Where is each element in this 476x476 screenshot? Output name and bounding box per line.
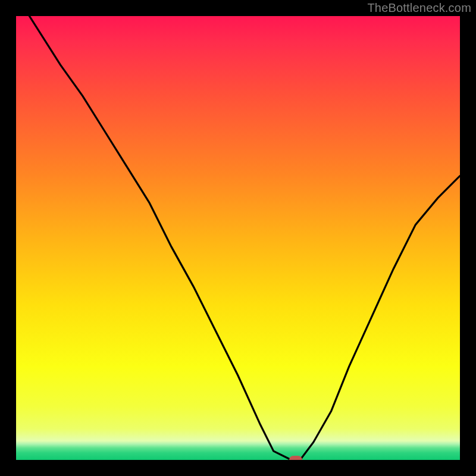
bottleneck-curve [16,16,460,460]
watermark-text: TheBottleneck.com [367,1,471,15]
plot-area [16,16,460,460]
bottleneck-marker [289,456,302,460]
